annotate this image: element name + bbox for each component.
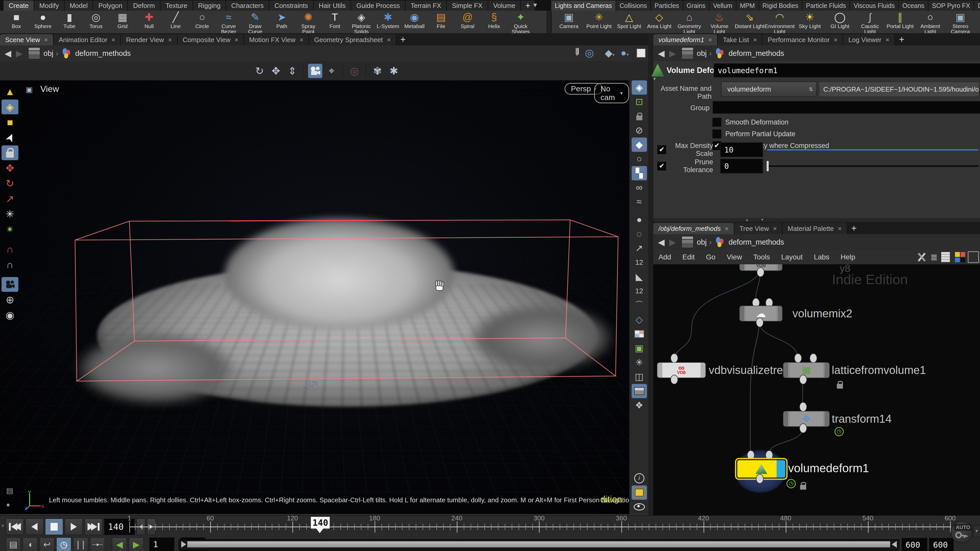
shelf-tool-button[interactable]: ⌂ Geometry Light [674,11,704,33]
shelf-tab[interactable]: Vellum [710,0,736,11]
pin-icon[interactable] [572,48,582,58]
normal-light-icon[interactable]: ○ [632,152,647,166]
primitive-types-icon[interactable]: ●▾ [620,48,629,59]
camera-menu-button[interactable]: No cam▾ [594,83,629,103]
auto-key-button[interactable]: AUTO [950,521,973,543]
shelf-tool-button[interactable]: ● Sphere [30,11,56,33]
shelf-tool-button[interactable]: ∫ Caustic Light [855,11,885,33]
hull-display-icon[interactable]: ⌒ [632,298,647,313]
motion-blur-icon[interactable]: ≈ [632,195,647,209]
close-icon[interactable]: × [300,36,304,44]
point-normals-icon[interactable]: ◌ [632,227,647,241]
shelf-tool-button[interactable]: ≈ Curve Bezier [215,11,242,33]
breadcrumb-node[interactable]: deform_methods [729,238,784,246]
view-camera-tool-icon[interactable] [308,64,322,78]
network-menu-item[interactable]: Edit [682,253,695,261]
shelf-tab[interactable]: Rigid Bodies [759,0,802,11]
autokey-options-button[interactable]: ▼ [973,525,980,537]
range-subend-field[interactable]: 600 [901,538,928,551]
close-icon[interactable]: × [111,36,115,44]
close-icon[interactable]: × [838,225,842,233]
shelf-tool-button[interactable]: ➤ Path [269,11,295,33]
back-arrow-icon[interactable]: ◀ [658,237,665,247]
shelf-tool-button[interactable]: ☀ Sky Light [795,11,825,33]
shelf-tool-button[interactable]: △ Spot Light [614,11,644,33]
shelf-tab[interactable]: Collisions [616,0,651,11]
checkbox[interactable] [713,118,721,127]
close-icon[interactable]: × [886,36,889,44]
range-slider-bar[interactable] [187,541,890,548]
vertex-markers-icon[interactable]: ▣ [632,341,647,355]
visualizers-icon[interactable]: ◫ [632,370,647,384]
forward-arrow-icon[interactable]: ▶ [669,237,676,247]
range-end-field[interactable]: 600 [929,538,954,551]
close-icon[interactable]: × [773,225,777,233]
radar-link-icon[interactable]: ◎ [585,47,594,59]
shelf-tab[interactable]: Create [3,0,34,11]
range-handle-left[interactable] [181,541,186,548]
network-menu-item[interactable]: Help [841,253,856,261]
particle-display-icon[interactable]: ✳ [632,355,647,370]
checkbox[interactable]: ✔ [657,162,666,170]
close-icon[interactable]: × [168,36,172,44]
shelf-tab[interactable]: Oceans [899,0,928,11]
network-display-icon[interactable] [968,251,979,263]
column-display-icon[interactable] [941,252,950,262]
chevron-down-icon[interactable]: ▾ [653,76,655,82]
pose-tool-icon[interactable]: ✳ [2,206,18,221]
render-region-icon[interactable]: ⊕ [2,292,18,307]
display-points-icon[interactable]: ● [632,213,647,227]
dopnet-icon[interactable]: ● [6,501,10,509]
pane-tab[interactable]: Composite View × [178,34,244,45]
eye-icon[interactable] [632,500,647,514]
shelf-tab[interactable]: Modify [34,0,65,11]
color-palette-icon[interactable] [955,252,965,262]
group-field[interactable] [713,101,980,114]
shelf-tool-button[interactable]: ■ Box [3,11,30,33]
network-menu-item[interactable]: Labs [814,253,829,261]
breadcrumb-root[interactable]: obj [43,49,53,58]
no-preview-icon[interactable]: ◎ [347,64,362,78]
pane-tab[interactable]: Motion FX View × [244,34,309,45]
shelf-overflow-button[interactable]: ▼ [532,2,538,9]
pane-tab[interactable]: Render View × [121,34,178,45]
shelf-tool-button[interactable]: ◇ Area Light [644,11,674,33]
pin-location-icon[interactable]: ❖ [632,398,647,413]
playbar-collapse-icon[interactable]: ▼ [0,524,5,529]
prune-slider[interactable] [769,165,978,167]
shelf-tool-button[interactable]: ◠ Environment Light [765,11,795,33]
shelf-tab[interactable]: Volume [488,0,521,11]
shelf-tool-button[interactable]: ♨ Volume Light [704,11,735,33]
tools-icon[interactable] [916,251,927,263]
view-tumble-icon[interactable]: ↻ [252,64,267,78]
shelf-tool-button[interactable]: ◈ Platonic Solids [348,11,375,33]
keyframe-display-icon[interactable]: ∣∣ [73,537,88,551]
shelf-tab[interactable]: Texture [161,0,193,11]
pane-add-tab-button[interactable]: + [847,223,861,234]
forward-arrow-icon[interactable]: ▶ [669,48,676,59]
prim-normals-icon[interactable]: ◣ [632,270,647,284]
shelf-tool-button[interactable]: ✎ Draw Curve [242,11,269,33]
prim-hull-icon[interactable]: ◇ [632,313,647,327]
shelf-tab[interactable]: Viscous Fluids [850,0,899,11]
view-pan-icon[interactable]: ✥ [269,64,283,78]
close-icon[interactable]: × [753,36,757,44]
shelf-tool-button[interactable]: @ Spiral [454,11,481,33]
breadcrumb-node[interactable]: deform_methods [75,49,131,58]
pane-tab[interactable]: Log Viewer × [843,34,895,45]
range-start-field[interactable]: 1 [149,537,175,551]
scene-viewport[interactable]: 5 ▣ View Persp▾ No cam▾ y x [0,80,629,514]
scale-tool-icon[interactable]: ↗ [2,191,18,206]
forward-arrow-icon[interactable]: ▶ [16,48,22,59]
undo-icon[interactable]: ↩ [39,537,55,551]
zoom-lens-icon[interactable]: ◉ [2,308,18,322]
hq-shading-icon[interactable]: ▚ [632,166,647,180]
transform-axis-icon[interactable]: ✴ [2,222,18,237]
selection-mode-icon[interactable] [636,48,646,59]
pane-tab[interactable]: Take List × [718,34,762,45]
breadcrumb-root[interactable]: obj [697,49,707,58]
obj-context-icon[interactable] [681,47,694,59]
quad-view-icon[interactable] [632,486,647,500]
network-menu-item[interactable]: Tools [753,253,770,261]
shelf-tool-button[interactable]: ◎ Torus [83,11,109,33]
